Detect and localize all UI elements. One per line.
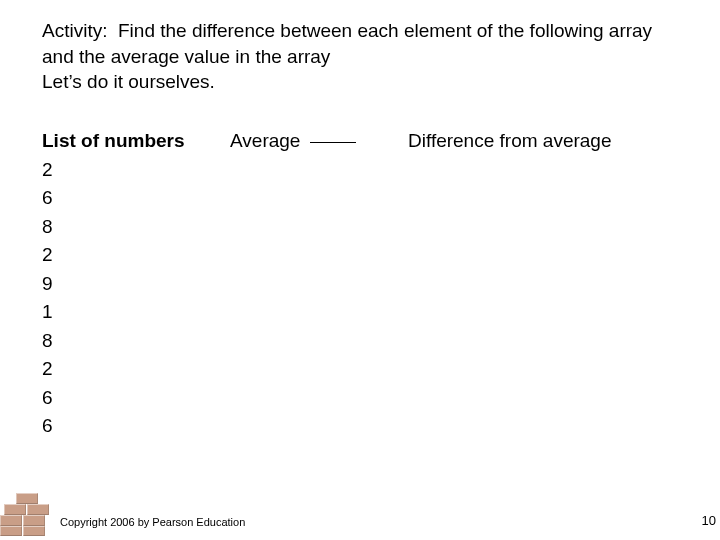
list-item: 8 [42,213,672,242]
activity-label: Activity: [42,20,107,41]
activity-line: Activity: Find the difference between ea… [42,18,672,69]
brick-icon [0,526,22,536]
lets-do-text: Let’s do it ourselves. [42,71,672,93]
brick-icon [0,515,22,526]
list-item: 2 [42,355,672,384]
list-item: 6 [42,184,672,213]
page-number: 10 [702,513,716,528]
slide: Activity: Find the difference between ea… [0,0,720,540]
brick-icon [4,504,26,515]
activity-description: Find the difference between each element… [42,20,652,67]
list-item: 6 [42,384,672,413]
list-item: 1 [42,298,672,327]
brick-icon [27,504,49,515]
col-header-list: List of numbers [42,127,230,156]
list-item: 2 [42,241,672,270]
table-area: List of numbers Average Difference from … [42,127,672,441]
col-header-diff: Difference from average [408,127,611,156]
brick-icon [23,526,45,536]
copyright-text: Copyright 2006 by Pearson Education [60,516,245,528]
list-item: 9 [42,270,672,299]
list-item: 8 [42,327,672,356]
average-blank-line [310,142,356,143]
bricks-decoration [0,490,56,536]
brick-icon [16,493,38,504]
col-header-average: Average [230,127,408,156]
column-headers: List of numbers Average Difference from … [42,127,672,156]
brick-icon [23,515,45,526]
content-area: Activity: Find the difference between ea… [42,18,672,441]
list-item: 6 [42,412,672,441]
list-item: 2 [42,156,672,185]
average-label: Average [230,130,300,151]
number-list: 2 6 8 2 9 1 8 2 6 6 [42,156,672,441]
